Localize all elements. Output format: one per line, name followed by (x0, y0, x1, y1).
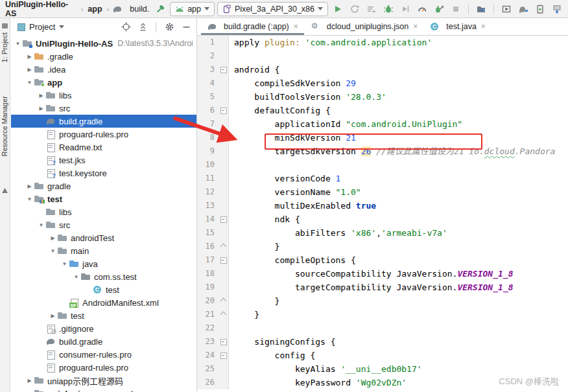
apply-changes-icon[interactable] (348, 2, 362, 16)
settings-gear-icon[interactable] (163, 21, 176, 34)
tree-item-app[interactable]: app (11, 76, 196, 89)
tree-toggle-icon[interactable] (25, 196, 34, 202)
tree-toggle-icon[interactable] (37, 93, 45, 98)
tree-item-UniPlugin-Hello-AS[interactable]: UniPlugin-Hello-ASD:\latest\3.5.3\Androi (11, 37, 196, 50)
gradle-sync-icon[interactable] (516, 2, 530, 16)
tool-window-project[interactable]: 1: Project (1, 32, 8, 62)
code-line[interactable]: 22 (197, 321, 568, 335)
close-icon[interactable] (294, 22, 298, 31)
run-config-dropdown[interactable]: app (170, 2, 215, 16)
tree-item-consumer-rules.pro[interactable]: consumer-rules.pro (11, 348, 196, 361)
tree-toggle-icon[interactable] (37, 106, 45, 111)
attach-debugger-icon[interactable] (398, 2, 412, 16)
code-editor[interactable]: 1apply plugin: 'com.android.application'… (197, 36, 568, 392)
tree-item-test[interactable]: test (11, 309, 196, 322)
code-line[interactable]: 7 applicationId "com.android.UniPlugin" (197, 117, 568, 131)
code-line[interactable]: 1apply plugin: 'com.android.application' (197, 36, 568, 49)
tree-item-test.jks[interactable]: ?test.jks (11, 154, 196, 167)
tree-toggle-icon[interactable] (25, 378, 34, 384)
fold-marker-icon[interactable] (219, 104, 229, 117)
tree-toggle-icon[interactable] (60, 261, 69, 267)
tree-item-AndroidManifest.xml[interactable]: MFAndroidManifest.xml (11, 296, 196, 309)
profile-icon[interactable] (415, 2, 429, 16)
project-view-title[interactable]: Project (29, 22, 55, 32)
tree-toggle-icon[interactable] (37, 222, 45, 228)
close-icon[interactable] (481, 22, 486, 31)
breadcrumb-project[interactable]: UniPlugin-Hello-AS (4, 0, 78, 18)
code-line[interactable]: 17 compileOptions { (197, 253, 568, 267)
code-line[interactable]: 19 targetCompatibility JavaVersion.VERSI… (197, 281, 568, 294)
tree-item-libs[interactable]: libs (11, 205, 196, 218)
code-line[interactable]: 3android { (197, 63, 568, 76)
code-line[interactable]: 18 sourceCompatibility JavaVersion.VERSI… (197, 267, 568, 281)
code-line[interactable]: 16 } (197, 240, 568, 253)
tree-item-.gradle[interactable]: .gradle (11, 50, 196, 63)
code-line[interactable]: 24 config { (197, 349, 568, 362)
code-line[interactable]: 11 versionCode 1 (197, 172, 568, 185)
tree-item-com.ss.test[interactable]: com.ss.test (11, 270, 196, 283)
fold-marker-icon[interactable] (219, 213, 229, 226)
code-line[interactable]: 14 ndk { (197, 213, 568, 226)
breadcrumb-module[interactable]: app (86, 5, 103, 14)
fold-marker-icon[interactable] (219, 294, 229, 308)
tool-window-resource-manager[interactable]: Resource Manager (1, 96, 8, 157)
fold-marker-icon[interactable] (219, 253, 229, 267)
debug-restart-icon[interactable] (432, 2, 446, 16)
tree-toggle-icon[interactable] (25, 183, 34, 189)
tree-item-src[interactable]: src (11, 102, 196, 115)
code-line[interactable]: 20 } (197, 294, 568, 308)
fold-marker-icon[interactable] (219, 349, 229, 362)
code-line[interactable]: 15 abiFilters 'x86','armeabi-v7a' (197, 226, 568, 240)
tree-item-proguard-rules.pro[interactable]: proguard-rules.pro (11, 361, 196, 374)
code-line[interactable]: 23 signingConfigs { (197, 335, 568, 349)
tree-item-main[interactable]: main (11, 244, 196, 257)
chevron-down-icon[interactable] (59, 25, 64, 29)
sdk-manager-icon[interactable] (550, 2, 564, 16)
tree-toggle-icon[interactable] (25, 54, 34, 60)
debug-button[interactable] (381, 2, 396, 16)
breadcrumb-file[interactable]: build. (128, 5, 150, 14)
code-line[interactable]: 25 keyAlias '__uni__edb0b17' (197, 362, 568, 376)
tree-toggle-icon[interactable] (49, 313, 57, 319)
tree-item-build.gradle[interactable]: build.gradle (11, 335, 196, 348)
code-line[interactable]: 4 compileSdkVersion 29 (197, 76, 568, 90)
tree-item-gradle[interactable]: gradle (11, 179, 196, 192)
fold-marker-icon[interactable] (219, 63, 229, 76)
code-line[interactable]: 5 buildToolsVersion '28.0.3' (197, 90, 568, 104)
stop-icon[interactable] (449, 2, 463, 16)
apply-code-changes-icon[interactable] (364, 2, 379, 16)
collapse-all-icon[interactable] (136, 21, 149, 34)
avd-manager-icon[interactable] (533, 2, 547, 16)
device-dropdown[interactable]: Pixel_3a_API_30_x86 (217, 2, 328, 16)
code-line[interactable]: 6 defaultConfig { (197, 104, 568, 117)
close-icon[interactable] (413, 22, 418, 31)
hide-panel-icon[interactable] (180, 21, 193, 34)
tree-toggle-icon[interactable] (49, 248, 57, 254)
tab-build.gradle-app-[interactable]: build.gradle (:app) (201, 18, 304, 35)
code-line[interactable]: 2 (197, 49, 568, 63)
tree-toggle-icon[interactable] (72, 274, 80, 280)
tab-dcloud_uniplugins.json[interactable]: dcloud_uniplugins.json (304, 18, 424, 35)
code-line[interactable]: 10 (197, 158, 568, 172)
tree-item-test.keystore[interactable]: ?test.keystore (11, 167, 196, 179)
build-variants-icon[interactable] (2, 188, 8, 193)
tree-item-.idea[interactable]: .idea (11, 63, 196, 76)
tree-item-.gitignore[interactable]: ⊘.gitignore (11, 322, 196, 335)
tree-item-test[interactable]: test (11, 192, 196, 205)
code-line[interactable]: 12 versionName "1.0" (197, 185, 568, 199)
tab-test.java[interactable]: Ctest.java (423, 18, 491, 35)
tree-toggle-icon[interactable] (49, 235, 57, 241)
tree-item-test[interactable]: Ctest (11, 283, 196, 296)
tree-item-androidTest[interactable]: androidTest (11, 231, 196, 244)
fold-marker-icon[interactable] (219, 308, 229, 321)
device-file-explorer-icon[interactable] (474, 2, 488, 16)
locate-icon[interactable] (119, 21, 132, 34)
tree-item-Readme.txt[interactable]: Readme.txt (11, 141, 196, 154)
tree-item-uniplugin-component[interactable]: uniplugin-component (11, 387, 196, 392)
tree-item-java[interactable]: java (11, 257, 196, 270)
code-line[interactable]: 13 multiDexEnabled true (197, 199, 568, 213)
code-line[interactable]: 21 } (197, 308, 568, 321)
tree-item-uniapp-[interactable]: uniapp示例工程源码 (11, 374, 196, 387)
tree-toggle-icon[interactable] (14, 41, 22, 47)
tree-toggle-icon[interactable] (25, 80, 34, 86)
